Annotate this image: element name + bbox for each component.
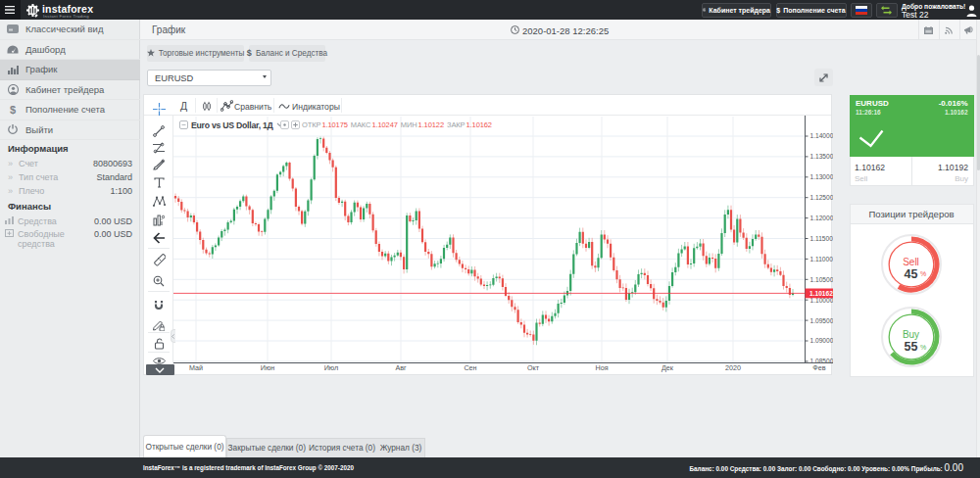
svg-text:1.11500: 1.11500: [810, 235, 834, 242]
svg-text:1.12000: 1.12000: [810, 215, 834, 221]
svg-text:Ноя: Ноя: [595, 363, 608, 372]
svg-text:1.09500: 1.09500: [810, 317, 834, 324]
svg-text:Фев: Фев: [812, 363, 825, 372]
svg-text:1.13500: 1.13500: [810, 153, 834, 160]
svg-text:1.13000: 1.13000: [810, 173, 834, 180]
svg-text:Июл: Июл: [324, 363, 339, 372]
svg-text:1.12500: 1.12500: [810, 194, 834, 201]
svg-text:Окт: Окт: [527, 363, 540, 372]
svg-text:Авг: Авг: [395, 363, 407, 372]
svg-text:Май: Май: [189, 363, 203, 372]
svg-text:1.11000: 1.11000: [810, 256, 834, 263]
svg-text:1.14000: 1.14000: [810, 132, 834, 139]
svg-text:Июн: Июн: [261, 363, 275, 372]
svg-text:Дек: Дек: [662, 363, 674, 372]
svg-text:1.10500: 1.10500: [810, 276, 834, 283]
svg-text:1.09000: 1.09000: [810, 337, 834, 344]
svg-text:1.10162: 1.10162: [809, 290, 833, 297]
svg-text:Сен: Сен: [464, 363, 476, 372]
svg-text:2020: 2020: [725, 363, 741, 372]
